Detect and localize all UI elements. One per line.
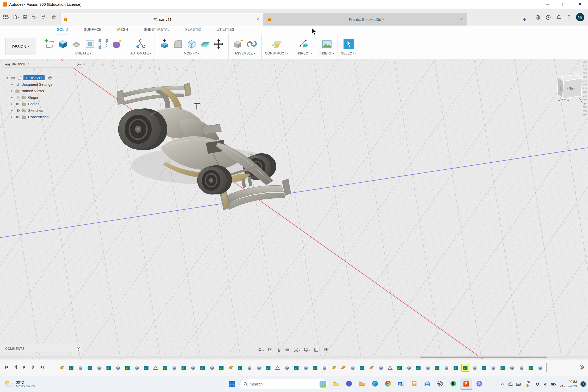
hole-button[interactable] bbox=[84, 38, 96, 50]
timeline-feature-sketch[interactable] bbox=[68, 364, 75, 371]
save-button[interactable] bbox=[21, 13, 29, 21]
automate-menu[interactable]: AUTOMATE▾ bbox=[130, 51, 151, 55]
tray-clock[interactable]: 00:5321-06-2023 bbox=[559, 380, 578, 388]
timeline-feature-box[interactable] bbox=[115, 364, 121, 371]
step-forward-button[interactable] bbox=[30, 364, 36, 371]
timeline-feature-box[interactable] bbox=[246, 364, 253, 371]
timeline-feature-sketch[interactable] bbox=[528, 364, 534, 371]
add-comment-icon[interactable]: + bbox=[77, 347, 80, 351]
browser-item-named-views[interactable]: ▸ Named Views bbox=[3, 88, 83, 94]
viewport-canvas[interactable]: 5652484440363228242016128490087585082580… bbox=[0, 59, 588, 359]
browser-item-construction[interactable]: ▸ Construction bbox=[3, 114, 83, 120]
insert-canvas-button[interactable] bbox=[321, 38, 333, 50]
inspect-menu[interactable]: INSPECT▾ bbox=[296, 51, 313, 55]
construction-plane-button[interactable] bbox=[271, 38, 283, 50]
viewcube[interactable]: LEFT BACK Z bbox=[552, 68, 586, 107]
timeline-feature-box[interactable] bbox=[133, 364, 140, 371]
tab-close-icon[interactable]: × bbox=[459, 17, 464, 22]
timeline-feature-tri[interactable] bbox=[274, 364, 281, 371]
taskbar-app-teams[interactable]: T bbox=[343, 378, 355, 390]
shell-button[interactable] bbox=[185, 38, 198, 50]
create-sketch-button[interactable] bbox=[43, 38, 56, 50]
document-tab-1[interactable]: Frantic Snicket.f3d * × bbox=[264, 13, 467, 26]
select-button[interactable] bbox=[342, 38, 355, 50]
timeline-feature-sketch[interactable] bbox=[481, 364, 487, 371]
timeline-feature-box[interactable] bbox=[406, 364, 412, 371]
document-tab-0[interactable]: F1 car v11 × bbox=[60, 13, 264, 26]
nav-look-at-button[interactable] bbox=[267, 346, 274, 354]
timeline-feature-box[interactable] bbox=[349, 364, 356, 371]
collapse-panel-icon[interactable]: ◀◀ bbox=[5, 63, 10, 66]
battery-icon[interactable] bbox=[551, 381, 556, 387]
app-grid-button[interactable]: ▾ bbox=[2, 14, 10, 21]
close-button[interactable]: ✕ bbox=[572, 0, 588, 9]
file-menu-button[interactable]: ▾ bbox=[11, 13, 21, 21]
timeline-feature-tri[interactable] bbox=[152, 364, 159, 371]
press-pull-button[interactable] bbox=[158, 38, 171, 50]
expand-icon[interactable]: ▼ bbox=[6, 76, 9, 79]
nav-zoom-button[interactable] bbox=[284, 346, 291, 354]
nav-display-settings-button[interactable]: ▾ bbox=[303, 346, 311, 354]
tab-close-icon[interactable]: × bbox=[255, 17, 260, 22]
timeline-feature-box[interactable] bbox=[424, 364, 431, 371]
timeline-feature-sketch[interactable] bbox=[162, 364, 168, 371]
timeline-feature-sketch[interactable] bbox=[237, 364, 243, 371]
skip-to-end-button[interactable] bbox=[39, 364, 45, 371]
job-status-clock-icon[interactable] bbox=[545, 14, 552, 21]
timeline-feature-box[interactable] bbox=[471, 364, 478, 371]
visibility-eye-icon[interactable] bbox=[15, 96, 20, 99]
timeline-feature-sketch[interactable] bbox=[312, 364, 318, 371]
taskbar-app-folder[interactable] bbox=[356, 378, 368, 390]
taskbar-app-paint-3d[interactable] bbox=[473, 378, 485, 390]
minimize-button[interactable]: ─ bbox=[540, 0, 556, 9]
automate-button[interactable] bbox=[134, 38, 147, 50]
taskbar-app-notes[interactable] bbox=[408, 378, 420, 390]
activate-component-radio[interactable] bbox=[48, 76, 52, 79]
new-document-tab-button[interactable]: + bbox=[520, 15, 529, 24]
offset-face-button[interactable] bbox=[199, 38, 211, 50]
modify-menu[interactable]: MODIFY▾ bbox=[184, 51, 199, 55]
extrude-button[interactable] bbox=[57, 38, 69, 50]
taskbar-app-chrome[interactable] bbox=[382, 378, 394, 390]
expand-icon[interactable]: ▸ bbox=[10, 96, 14, 99]
comments-bar[interactable]: COMMENTS + bbox=[3, 345, 83, 352]
ribbon-tab-plastic[interactable]: PLASTIC bbox=[185, 27, 201, 34]
timeline-feature-box[interactable] bbox=[443, 364, 450, 371]
timeline-feature-box[interactable] bbox=[490, 364, 497, 371]
browser-item-sketches[interactable]: ▸ Sketches bbox=[3, 107, 83, 114]
visibility-eye-icon[interactable] bbox=[15, 109, 20, 112]
timeline-feature-sketch[interactable] bbox=[180, 364, 187, 371]
taskbar-app-store[interactable] bbox=[421, 378, 433, 390]
create-menu[interactable]: CREATE▾ bbox=[75, 51, 91, 55]
taskbar-app-settings[interactable] bbox=[434, 378, 446, 390]
volume-icon[interactable] bbox=[543, 381, 548, 387]
timeline-feature-box[interactable] bbox=[190, 364, 197, 371]
help-icon[interactable]: ? bbox=[566, 14, 572, 21]
construct-menu[interactable]: CONSTRUCT▾ bbox=[265, 51, 289, 55]
taskbar-app-spotify[interactable] bbox=[447, 378, 459, 390]
joint-button[interactable] bbox=[246, 38, 258, 50]
expand-icon[interactable]: ▸ bbox=[10, 83, 14, 86]
browser-root-row[interactable]: ▼ F1 car v11 bbox=[3, 75, 83, 81]
ribbon-tab-surface[interactable]: SURFACE bbox=[83, 27, 102, 34]
timeline-feature-box[interactable] bbox=[509, 364, 516, 371]
nav-orbit-button[interactable]: ▾ bbox=[256, 346, 265, 354]
timeline-feature-sketch[interactable] bbox=[452, 364, 459, 371]
select-menu[interactable]: SELECT▾ bbox=[341, 51, 357, 55]
touch-keyboard-icon[interactable] bbox=[516, 381, 521, 387]
timeline-feature-sketch[interactable] bbox=[124, 364, 131, 371]
play-button[interactable] bbox=[21, 364, 28, 371]
wifi-icon[interactable] bbox=[535, 381, 540, 387]
visibility-eye-icon[interactable] bbox=[10, 76, 16, 79]
timeline-feature-sketch[interactable] bbox=[359, 364, 365, 371]
timeline-feature-box[interactable] bbox=[209, 364, 215, 371]
timeline-feature-box[interactable] bbox=[77, 364, 84, 371]
f1-car-model[interactable] bbox=[114, 76, 297, 211]
new-component-button[interactable] bbox=[232, 38, 244, 50]
create-form-button[interactable] bbox=[111, 38, 123, 50]
search-highlight-icon[interactable] bbox=[320, 381, 326, 388]
timeline-feature-sketch[interactable] bbox=[218, 364, 225, 371]
visibility-eye-icon[interactable] bbox=[15, 102, 20, 106]
timeline-feature-box[interactable] bbox=[171, 364, 178, 371]
browser-item-document-settings[interactable]: ▸ Document Settings bbox=[3, 81, 83, 88]
